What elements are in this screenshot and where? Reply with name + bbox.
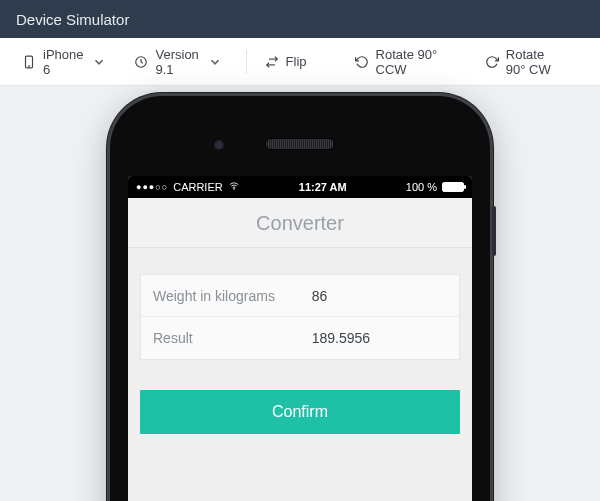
device-camera — [214, 140, 224, 150]
rotate-ccw-button[interactable]: Rotate 90° CCW — [347, 41, 451, 83]
converter-form: Weight in kilograms 86 Result 189.5956 — [140, 274, 460, 360]
device-dropdown-label: iPhone 6 — [43, 47, 83, 77]
rotate-cw-button[interactable]: Rotate 90° CW — [477, 41, 574, 83]
toolbar-divider — [246, 50, 247, 74]
confirm-button-label: Confirm — [272, 403, 328, 421]
result-value: 189.5956 — [312, 330, 447, 346]
signal-dots-icon: ●●●○○ — [136, 182, 168, 192]
weight-input-row[interactable]: Weight in kilograms 86 — [141, 275, 459, 317]
ios-status-right: 100 % — [406, 181, 464, 193]
toolbar: iPhone 6 Version 9.1 Flip Rotate 90° CCW… — [0, 38, 600, 86]
weight-value: 86 — [312, 288, 447, 304]
result-row: Result 189.5956 — [141, 317, 459, 359]
phone-icon — [22, 55, 36, 69]
rotate-cw-icon — [485, 55, 499, 69]
ios-status-bar: ●●●○○ CARRIER 11:27 AM 100 % — [128, 176, 472, 198]
chevron-down-icon — [92, 55, 106, 69]
version-dropdown[interactable]: Version 9.1 — [126, 41, 229, 83]
simulator-stage: ●●●○○ CARRIER 11:27 AM 100 % Converter — [0, 86, 600, 501]
rotate-cw-label: Rotate 90° CW — [506, 47, 566, 77]
app-content: Converter Weight in kilograms 86 Result … — [128, 198, 472, 501]
device-dropdown[interactable]: iPhone 6 — [14, 41, 114, 83]
device-speaker — [265, 138, 335, 150]
chevron-down-icon — [208, 55, 222, 69]
result-label: Result — [153, 330, 312, 346]
rotate-ccw-label: Rotate 90° CCW — [376, 47, 443, 77]
svg-point-5 — [233, 189, 234, 190]
ios-status-time: 11:27 AM — [299, 181, 347, 193]
flip-label: Flip — [286, 54, 307, 69]
app-header-title: Device Simulator — [16, 11, 129, 28]
battery-percent-label: 100 % — [406, 181, 437, 193]
ios-status-left: ●●●○○ CARRIER — [136, 181, 240, 193]
rotate-ccw-icon — [355, 55, 369, 69]
confirm-button[interactable]: Confirm — [140, 390, 460, 434]
version-icon — [134, 55, 148, 69]
app-header: Device Simulator — [0, 0, 600, 38]
battery-icon — [442, 182, 464, 192]
weight-label: Weight in kilograms — [153, 288, 312, 304]
flip-icon — [265, 55, 279, 69]
device-frame: ●●●○○ CARRIER 11:27 AM 100 % Converter — [110, 96, 490, 501]
wifi-icon — [228, 181, 240, 193]
flip-button[interactable]: Flip — [257, 48, 315, 75]
device-screen: ●●●○○ CARRIER 11:27 AM 100 % Converter — [128, 176, 472, 501]
carrier-label: CARRIER — [173, 181, 223, 193]
page-title: Converter — [128, 198, 472, 248]
version-dropdown-label: Version 9.1 — [155, 47, 198, 77]
